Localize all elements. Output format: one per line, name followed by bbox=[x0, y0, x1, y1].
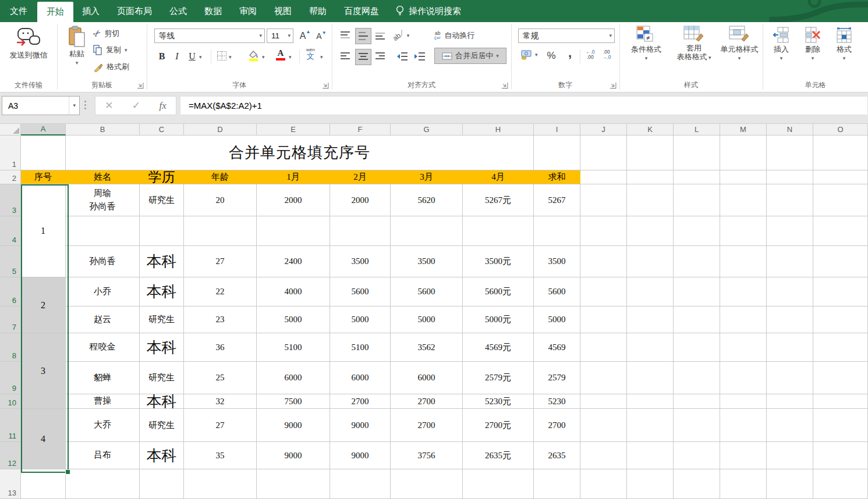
row-header-10[interactable]: 10 bbox=[0, 394, 21, 409]
tab-data[interactable]: 数据 bbox=[196, 0, 231, 22]
column-header-N[interactable]: N bbox=[767, 123, 813, 136]
decrease-font-size-button[interactable]: A▼ bbox=[314, 28, 328, 43]
cell-I13[interactable] bbox=[534, 469, 580, 499]
wrap-text-button[interactable]: abc↵ 自动换行 bbox=[434, 28, 474, 43]
cell-K7[interactable] bbox=[627, 306, 674, 333]
row-header-13[interactable]: 13 bbox=[0, 469, 21, 499]
underline-dropdown-arrow[interactable]: ▾ bbox=[199, 55, 202, 60]
decrease-indent-button[interactable] bbox=[395, 49, 410, 64]
cell-J11[interactable] bbox=[580, 409, 627, 442]
cell-N13[interactable] bbox=[767, 469, 813, 499]
cell-B13[interactable] bbox=[66, 469, 140, 499]
header-cell-D2[interactable]: 年龄 bbox=[184, 170, 257, 184]
cell-F3[interactable]: 2000 bbox=[330, 184, 391, 216]
cell-F11[interactable]: 9000 bbox=[330, 409, 391, 442]
cell-K4[interactable] bbox=[627, 216, 674, 246]
borders-button[interactable] bbox=[217, 51, 227, 61]
comma-style-button[interactable]: , bbox=[565, 45, 575, 60]
column-header-C[interactable]: C bbox=[140, 123, 184, 136]
row-header-5[interactable]: 5 bbox=[0, 246, 21, 277]
copy-dropdown-arrow[interactable]: ▾ bbox=[125, 48, 127, 53]
cell-L7[interactable] bbox=[674, 306, 720, 333]
cell-J7[interactable] bbox=[580, 306, 627, 333]
cell-L4[interactable] bbox=[674, 216, 720, 246]
tab-review[interactable]: 审阅 bbox=[231, 0, 265, 22]
cell-G9[interactable]: 6000 bbox=[391, 362, 463, 394]
cell-J12[interactable] bbox=[580, 442, 627, 469]
cell-K9[interactable] bbox=[627, 362, 674, 394]
borders-dropdown-arrow[interactable]: ▾ bbox=[229, 55, 232, 60]
cell-C5[interactable]: 本科 bbox=[140, 246, 184, 277]
cell-E3[interactable]: 2000 bbox=[257, 184, 330, 216]
cell-H4[interactable] bbox=[463, 216, 534, 246]
cell-M13[interactable] bbox=[720, 469, 767, 499]
header-cell-G2[interactable]: 3月 bbox=[391, 170, 463, 184]
cell-styles-button[interactable]: 单元格样式 ▾ bbox=[717, 26, 761, 61]
cell-M6[interactable] bbox=[720, 277, 767, 306]
cell-G3[interactable]: 5620 bbox=[391, 184, 463, 216]
bold-button[interactable]: B bbox=[156, 49, 168, 63]
header-cell-I2[interactable]: 求和 bbox=[534, 170, 580, 184]
tell-me-search[interactable]: 操作说明搜索 bbox=[396, 0, 461, 22]
cell-C13[interactable] bbox=[140, 469, 184, 499]
column-header-M[interactable]: M bbox=[720, 123, 767, 136]
tab-insert[interactable]: 插入 bbox=[73, 0, 108, 22]
cell-L10[interactable] bbox=[674, 394, 720, 409]
row-header-3[interactable]: 3 bbox=[0, 184, 21, 216]
cell-C4[interactable] bbox=[140, 216, 184, 246]
increase-font-size-button[interactable]: A▲ bbox=[298, 28, 312, 43]
cell-F8[interactable]: 5100 bbox=[330, 333, 391, 362]
cell-J4[interactable] bbox=[580, 216, 627, 246]
cell-K12[interactable] bbox=[627, 442, 674, 469]
cancel-icon[interactable]: ✕ bbox=[105, 99, 113, 112]
cell-G5[interactable]: 3500 bbox=[391, 246, 463, 277]
insert-cells-button[interactable]: 插入 ▾ bbox=[767, 27, 795, 61]
fill-color-button[interactable] bbox=[247, 49, 260, 62]
accounting-format-button[interactable]: ▾ bbox=[520, 49, 538, 60]
cell-O10[interactable] bbox=[813, 394, 868, 409]
cell-H9[interactable]: 2579元 bbox=[463, 362, 534, 394]
cell-F4[interactable] bbox=[330, 216, 391, 246]
cell-O11[interactable] bbox=[813, 409, 868, 442]
name-box[interactable]: A3 ▾ bbox=[2, 96, 80, 115]
column-header-E[interactable]: E bbox=[257, 123, 330, 136]
cell-D11[interactable]: 27 bbox=[184, 409, 257, 442]
increase-decimal-button[interactable]: ←.0.00 bbox=[586, 49, 595, 59]
cell-G10[interactable]: 2700 bbox=[391, 394, 463, 409]
cell-G8[interactable]: 3562 bbox=[391, 333, 463, 362]
align-right-button[interactable] bbox=[373, 49, 388, 64]
cell-N5[interactable] bbox=[767, 246, 813, 277]
cell-F5[interactable]: 3500 bbox=[330, 246, 391, 277]
cell-E6[interactable]: 4000 bbox=[257, 277, 330, 306]
header-cell-H2[interactable]: 4月 bbox=[463, 170, 534, 184]
align-top-button[interactable] bbox=[338, 28, 353, 43]
column-header-F[interactable]: F bbox=[330, 123, 391, 136]
cell-K8[interactable] bbox=[627, 333, 674, 362]
paste-dropdown-arrow[interactable]: ▾ bbox=[76, 60, 79, 66]
cell-M9[interactable] bbox=[720, 362, 767, 394]
cell-I12[interactable]: 2635 bbox=[534, 442, 580, 469]
header-cell-F2[interactable]: 2月 bbox=[330, 170, 391, 184]
cell-H10[interactable]: 5230元 bbox=[463, 394, 534, 409]
phonetic-guide-button[interactable]: wén 文 bbox=[306, 48, 315, 60]
row-header-8[interactable]: 8 bbox=[0, 333, 21, 362]
cell-B9[interactable]: 貂蝉 bbox=[66, 362, 140, 394]
cell-D10[interactable]: 32 bbox=[184, 394, 257, 409]
insert-dropdown-arrow[interactable]: ▾ bbox=[780, 56, 783, 61]
cell-N4[interactable] bbox=[767, 216, 813, 246]
cell-I8[interactable]: 4569 bbox=[534, 333, 580, 362]
cell-M3[interactable] bbox=[720, 184, 767, 216]
cell-A13[interactable] bbox=[21, 469, 66, 499]
cell-H7[interactable]: 5000元 bbox=[463, 306, 534, 333]
cell-D8[interactable]: 36 bbox=[184, 333, 257, 362]
cell-O12[interactable] bbox=[813, 442, 868, 469]
cell-D7[interactable]: 23 bbox=[184, 306, 257, 333]
cell-L1[interactable] bbox=[674, 136, 720, 170]
cell-C3[interactable]: 研究生 bbox=[140, 184, 184, 216]
cell-N7[interactable] bbox=[767, 306, 813, 333]
cell-F12[interactable]: 9000 bbox=[330, 442, 391, 469]
cell-A1[interactable] bbox=[21, 136, 66, 170]
cell-serial-A3[interactable]: 1 bbox=[21, 184, 66, 277]
cell-H3[interactable]: 5267元 bbox=[463, 184, 534, 216]
cell-L9[interactable] bbox=[674, 362, 720, 394]
